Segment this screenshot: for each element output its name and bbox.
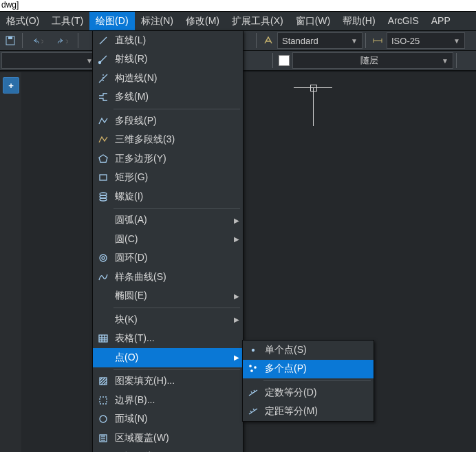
menu-item-3dpolyline[interactable]: 三维多段线(3) (93, 131, 243, 150)
menu-item-arc[interactable]: 圆弧(A) ▶ (93, 211, 243, 230)
menu-item-line[interactable]: 直线(L) (93, 31, 243, 50)
menu-separator (113, 369, 240, 370)
color-swatch[interactable] (279, 55, 290, 66)
menu-item-ray[interactable]: 射线(R) (93, 50, 243, 69)
save-button[interactable] (2, 32, 19, 49)
menu-window[interactable]: 窗口(W) (290, 12, 337, 30)
wipeout-icon (93, 433, 113, 444)
menu-item-helix[interactable]: 螺旋(I) (93, 187, 243, 206)
submenu-arrow-icon: ▶ (230, 217, 243, 224)
left-panel (0, 72, 22, 452)
submenu-item-multiple-points[interactable]: 多个点(P) (243, 360, 374, 379)
dimstyle-dropdown[interactable]: ISO-25 ▼ (387, 32, 465, 49)
svg-point-33 (251, 370, 252, 372)
svg-rect-8 (100, 175, 107, 180)
menu-item-polyline[interactable]: 多段线(P) (93, 111, 243, 131)
menu-item-boundary[interactable]: 边界(B)... (93, 391, 243, 410)
menu-arcgis[interactable]: ArcGIS (382, 12, 425, 30)
menu-help[interactable]: 帮助(H) (336, 12, 381, 30)
redo-button[interactable] (51, 32, 74, 49)
menu-modify[interactable]: 修改(M) (180, 12, 226, 30)
menu-extensions[interactable]: 扩展工具(X) (226, 12, 290, 30)
polygon-icon (93, 153, 113, 164)
rectangle-icon (93, 172, 113, 183)
menu-format[interactable]: 格式(O) (0, 12, 45, 30)
chevron-down-icon: ▼ (453, 37, 460, 45)
submenu-arrow-icon: ▶ (230, 235, 243, 243)
spline-icon (93, 272, 113, 283)
menu-item-hatch[interactable]: 图案填充(H)... (93, 372, 243, 391)
svg-rect-14 (99, 335, 107, 342)
point-submenu-dropdown: 单个点(S) 多个点(P) 定数等分(D) 定距等分(M) (242, 340, 374, 422)
measure-icon (243, 406, 263, 417)
menu-dimension[interactable]: 标注(N) (135, 12, 180, 30)
3d-polyline-icon (93, 134, 113, 145)
svg-line-34 (249, 390, 257, 396)
dimstyle-icon[interactable] (369, 32, 386, 49)
svg-point-13 (102, 257, 105, 259)
textstyle-dropdown[interactable]: Standard ▼ (277, 32, 363, 49)
svg-point-12 (100, 255, 107, 261)
add-tab-button[interactable]: + (3, 77, 19, 94)
svg-point-25 (100, 416, 107, 422)
dimstyle-value: ISO-25 (391, 36, 420, 46)
layer-dropdown[interactable]: ▼ (1, 52, 98, 69)
svg-marker-7 (99, 155, 107, 162)
menu-item-region[interactable]: 面域(N) (93, 410, 243, 429)
single-point-icon (243, 345, 263, 356)
hatch-icon (93, 376, 113, 387)
menu-item-wipeout[interactable]: 区域覆盖(W) (93, 429, 243, 448)
menu-item-xline[interactable]: 构造线(N) (93, 69, 243, 88)
svg-rect-1 (8, 36, 12, 39)
menu-item-revcloud[interactable]: 修订云线(V) (93, 448, 243, 453)
construction-line-icon (93, 73, 113, 84)
menu-item-circle[interactable]: 圆(C) ▶ (93, 230, 243, 249)
multiline-icon (93, 92, 113, 103)
menu-item-table[interactable]: 表格(T)... (93, 330, 243, 349)
divide-icon (243, 387, 263, 398)
textstyle-icon[interactable] (260, 32, 277, 49)
submenu-arrow-icon: ▶ (230, 354, 243, 361)
bylayer-dropdown[interactable]: 随层 ▼ (292, 52, 453, 69)
menu-draw[interactable]: 绘图(D) (89, 12, 134, 30)
line-icon (93, 35, 113, 46)
svg-point-30 (252, 349, 255, 351)
undo-button[interactable] (26, 32, 50, 49)
menu-item-donut[interactable]: 圆环(D) (93, 249, 243, 268)
menubar: 格式(O) 工具(T) 绘图(D) 标注(N) 修改(M) 扩展工具(X) 窗口… (0, 12, 476, 31)
svg-point-11 (100, 198, 107, 201)
svg-rect-19 (100, 378, 107, 385)
svg-line-2 (100, 37, 107, 44)
draw-menu-dropdown: 直线(L) 射线(R) 构造线(N) 多线(M) 多段线(P) 三维多段线(3)… (92, 30, 244, 452)
menu-app[interactable]: APP (425, 12, 457, 30)
table-icon (93, 333, 113, 344)
menu-item-block[interactable]: 块(K) ▶ (93, 310, 243, 330)
menu-separator (113, 308, 240, 308)
submenu-arrow-icon: ▶ (230, 292, 243, 300)
menu-item-spline[interactable]: 样条曲线(S) (93, 268, 243, 287)
menu-item-mline[interactable]: 多线(M) (93, 88, 243, 107)
polyline-icon (93, 116, 113, 127)
submenu-item-measure[interactable]: 定距等分(M) (243, 402, 374, 422)
helix-icon (93, 191, 113, 202)
donut-icon (93, 252, 113, 263)
menu-separator (263, 380, 371, 381)
svg-point-31 (250, 365, 251, 367)
submenu-item-divide[interactable]: 定数等分(D) (243, 383, 374, 402)
menu-item-rectangle[interactable]: 矩形(G) (93, 169, 243, 188)
menu-item-ellipse[interactable]: 椭圆(E) ▶ (93, 287, 243, 306)
menu-separator (113, 109, 240, 109)
svg-line-21 (100, 378, 105, 383)
svg-point-32 (255, 367, 256, 368)
region-icon (93, 413, 113, 424)
submenu-item-single-point[interactable]: 单个点(S) (243, 341, 374, 360)
svg-line-22 (101, 379, 107, 385)
submenu-arrow-icon: ▶ (230, 316, 243, 323)
svg-line-35 (251, 391, 252, 394)
menu-item-polygon[interactable]: 正多边形(Y) (93, 149, 243, 169)
menu-item-point[interactable]: 点(O) ▶ (93, 348, 243, 367)
svg-rect-24 (100, 397, 107, 404)
menu-tools[interactable]: 工具(T) (45, 12, 89, 30)
multiple-points-icon (243, 363, 263, 374)
ray-icon (93, 54, 113, 65)
